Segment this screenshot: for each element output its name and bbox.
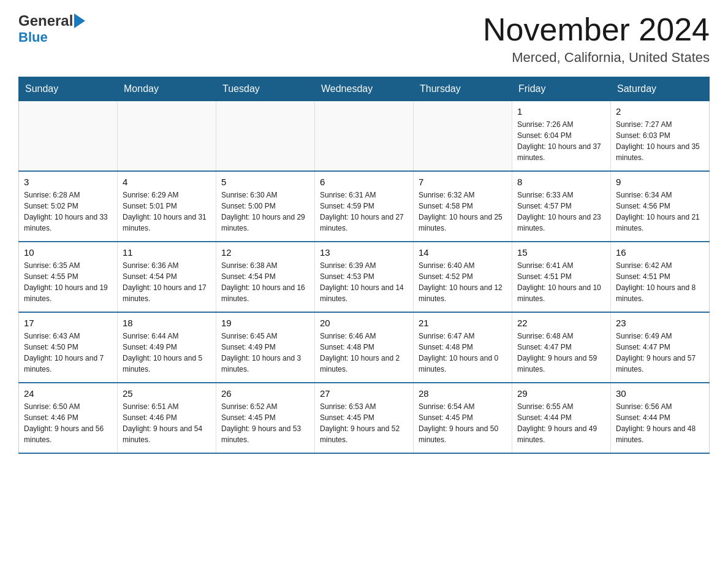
day-info: Sunrise: 6:50 AMSunset: 4:46 PMDaylight:… [24,401,112,445]
day-cell: 29Sunrise: 6:55 AMSunset: 4:44 PMDayligh… [512,383,611,453]
week-row-1: 1Sunrise: 7:26 AMSunset: 6:04 PMDaylight… [19,101,710,172]
day-cell [414,101,512,172]
day-cell: 14Sunrise: 6:40 AMSunset: 4:52 PMDayligh… [414,242,512,312]
day-info: Sunrise: 6:35 AMSunset: 4:55 PMDaylight:… [24,260,112,304]
day-cell: 17Sunrise: 6:43 AMSunset: 4:50 PMDayligh… [19,312,118,383]
day-info: Sunrise: 6:32 AMSunset: 4:58 PMDaylight:… [419,190,507,234]
weekday-header-sunday: Sunday [19,77,118,101]
day-info: Sunrise: 6:31 AMSunset: 4:59 PMDaylight:… [320,190,408,234]
day-number: 2 [616,106,704,117]
day-cell: 11Sunrise: 6:36 AMSunset: 4:54 PMDayligh… [118,242,216,312]
day-number: 26 [221,388,309,399]
day-number: 7 [419,177,507,187]
day-number: 10 [24,247,112,258]
day-cell: 26Sunrise: 6:52 AMSunset: 4:45 PMDayligh… [216,383,315,453]
day-number: 4 [123,177,211,187]
day-info: Sunrise: 6:53 AMSunset: 4:45 PMDaylight:… [320,401,408,445]
day-info: Sunrise: 6:36 AMSunset: 4:54 PMDaylight:… [123,260,211,304]
day-number: 16 [616,247,704,258]
day-info: Sunrise: 6:39 AMSunset: 4:53 PMDaylight:… [320,260,408,304]
day-info: Sunrise: 7:26 AMSunset: 6:04 PMDaylight:… [517,119,605,163]
day-number: 8 [517,177,605,187]
day-info: Sunrise: 6:45 AMSunset: 4:49 PMDaylight:… [221,331,309,375]
day-number: 13 [320,247,408,258]
day-info: Sunrise: 6:28 AMSunset: 5:02 PMDaylight:… [24,190,112,234]
day-number: 3 [24,177,112,187]
day-cell: 24Sunrise: 6:50 AMSunset: 4:46 PMDayligh… [19,383,118,453]
day-number: 14 [419,247,507,258]
day-number: 30 [616,388,704,399]
day-number: 24 [24,388,112,399]
logo: General Blue [18,12,86,45]
day-number: 22 [517,318,605,328]
day-cell: 3Sunrise: 6:28 AMSunset: 5:02 PMDaylight… [19,171,118,242]
day-cell: 20Sunrise: 6:46 AMSunset: 4:48 PMDayligh… [315,312,414,383]
week-row-2: 3Sunrise: 6:28 AMSunset: 5:02 PMDaylight… [19,171,710,242]
day-info: Sunrise: 6:55 AMSunset: 4:44 PMDaylight:… [517,401,605,445]
day-cell: 13Sunrise: 6:39 AMSunset: 4:53 PMDayligh… [315,242,414,312]
weekday-header-monday: Monday [118,77,216,101]
day-info: Sunrise: 6:42 AMSunset: 4:51 PMDaylight:… [616,260,704,304]
weekday-header-thursday: Thursday [414,77,512,101]
day-info: Sunrise: 6:29 AMSunset: 5:01 PMDaylight:… [123,190,211,234]
day-info: Sunrise: 6:48 AMSunset: 4:47 PMDaylight:… [517,331,605,375]
calendar-table: SundayMondayTuesdayWednesdayThursdayFrid… [18,77,710,454]
day-cell [19,101,118,172]
day-info: Sunrise: 6:40 AMSunset: 4:52 PMDaylight:… [419,260,507,304]
day-number: 20 [320,318,408,328]
day-cell: 27Sunrise: 6:53 AMSunset: 4:45 PMDayligh… [315,383,414,453]
weekday-header-tuesday: Tuesday [216,77,315,101]
day-number: 11 [123,247,211,258]
weekday-header-wednesday: Wednesday [315,77,414,101]
day-cell: 21Sunrise: 6:47 AMSunset: 4:48 PMDayligh… [414,312,512,383]
day-cell: 6Sunrise: 6:31 AMSunset: 4:59 PMDaylight… [315,171,414,242]
day-info: Sunrise: 6:52 AMSunset: 4:45 PMDaylight:… [221,401,309,445]
day-info: Sunrise: 6:33 AMSunset: 4:57 PMDaylight:… [517,190,605,234]
day-cell: 9Sunrise: 6:34 AMSunset: 4:56 PMDaylight… [611,171,710,242]
day-cell: 12Sunrise: 6:38 AMSunset: 4:54 PMDayligh… [216,242,315,312]
day-cell [118,101,216,172]
day-number: 12 [221,247,309,258]
weekday-header-saturday: Saturday [611,77,710,101]
day-info: Sunrise: 6:51 AMSunset: 4:46 PMDaylight:… [123,401,211,445]
day-number: 6 [320,177,408,187]
day-number: 29 [517,388,605,399]
day-info: Sunrise: 6:46 AMSunset: 4:48 PMDaylight:… [320,331,408,375]
week-row-3: 10Sunrise: 6:35 AMSunset: 4:55 PMDayligh… [19,242,710,312]
title-area: November 2024 Merced, California, United… [483,12,710,66]
day-info: Sunrise: 6:47 AMSunset: 4:48 PMDaylight:… [419,331,507,375]
week-row-5: 24Sunrise: 6:50 AMSunset: 4:46 PMDayligh… [19,383,710,453]
day-cell: 30Sunrise: 6:56 AMSunset: 4:44 PMDayligh… [611,383,710,453]
calendar-subtitle: Merced, California, United States [483,50,710,66]
day-cell: 4Sunrise: 6:29 AMSunset: 5:01 PMDaylight… [118,171,216,242]
day-cell: 5Sunrise: 6:30 AMSunset: 5:00 PMDaylight… [216,171,315,242]
day-info: Sunrise: 6:34 AMSunset: 4:56 PMDaylight:… [616,190,704,234]
day-cell: 23Sunrise: 6:49 AMSunset: 4:47 PMDayligh… [611,312,710,383]
week-row-4: 17Sunrise: 6:43 AMSunset: 4:50 PMDayligh… [19,312,710,383]
day-info: Sunrise: 6:30 AMSunset: 5:00 PMDaylight:… [221,190,309,234]
weekday-header-row: SundayMondayTuesdayWednesdayThursdayFrid… [19,77,710,101]
day-number: 15 [517,247,605,258]
day-number: 5 [221,177,309,187]
day-cell: 28Sunrise: 6:54 AMSunset: 4:45 PMDayligh… [414,383,512,453]
day-cell: 1Sunrise: 7:26 AMSunset: 6:04 PMDaylight… [512,101,611,172]
day-info: Sunrise: 6:44 AMSunset: 4:49 PMDaylight:… [123,331,211,375]
day-info: Sunrise: 6:43 AMSunset: 4:50 PMDaylight:… [24,331,112,375]
day-cell: 22Sunrise: 6:48 AMSunset: 4:47 PMDayligh… [512,312,611,383]
day-cell: 7Sunrise: 6:32 AMSunset: 4:58 PMDaylight… [414,171,512,242]
day-info: Sunrise: 6:49 AMSunset: 4:47 PMDaylight:… [616,331,704,375]
day-info: Sunrise: 6:38 AMSunset: 4:54 PMDaylight:… [221,260,309,304]
day-cell: 8Sunrise: 6:33 AMSunset: 4:57 PMDaylight… [512,171,611,242]
day-number: 9 [616,177,704,187]
day-number: 19 [221,318,309,328]
day-cell: 10Sunrise: 6:35 AMSunset: 4:55 PMDayligh… [19,242,118,312]
day-cell: 18Sunrise: 6:44 AMSunset: 4:49 PMDayligh… [118,312,216,383]
day-number: 23 [616,318,704,328]
day-number: 1 [517,106,605,117]
calendar-title: November 2024 [483,12,710,47]
weekday-header-friday: Friday [512,77,611,101]
day-info: Sunrise: 6:56 AMSunset: 4:44 PMDaylight:… [616,401,704,445]
day-number: 27 [320,388,408,399]
day-cell: 15Sunrise: 6:41 AMSunset: 4:51 PMDayligh… [512,242,611,312]
logo-arrow-icon [74,13,85,28]
